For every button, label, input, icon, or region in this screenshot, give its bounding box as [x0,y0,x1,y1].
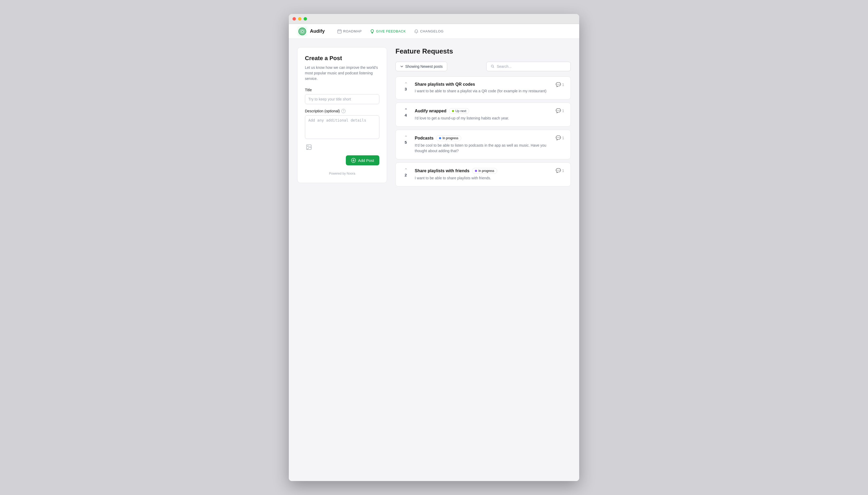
post-title: Audify wrapped [415,109,446,114]
status-badge: In progress [472,168,497,174]
status-badge: In progress [436,135,461,141]
plus-circle-icon [351,158,356,163]
create-post-description: Let us know how we can improve the world… [305,65,379,82]
post-excerpt: I want to be able to share a playlist vi… [415,88,551,94]
post-meta: 💬 1 [556,135,564,140]
post-title: Share playlists with QR codes [415,82,475,87]
post-title-row: Podcasts In progress [415,135,551,141]
nav-changelog[interactable]: CHANGELOG [414,29,443,34]
post-title: Share playlists with friends [415,169,469,173]
vote-count: 3 [405,87,407,91]
post-card: ⌃ 4 Audify wrapped Up next I'd love to g… [395,103,571,126]
post-body: Share playlists with friends In progress… [415,168,551,181]
filter-label: Showing Newest posts [405,64,443,69]
post-card: ⌃ 3 Share playlists with QR codes I want… [395,76,571,99]
titlebar [289,14,579,24]
upvote-button[interactable]: ⌃ [404,135,408,139]
nav-roadmap[interactable]: ROADMAP [338,29,362,34]
upvote-button[interactable]: ⌃ [404,108,408,112]
svg-rect-5 [338,30,341,33]
badge-dot [475,170,477,172]
brand[interactable]: Audify [297,27,325,36]
badge-label: In progress [478,169,494,173]
svg-point-7 [308,146,308,147]
vote-count: 5 [405,140,407,144]
svg-point-4 [302,31,303,32]
vote-section: ⌃ 2 [402,168,409,177]
vote-section: ⌃ 5 [402,135,409,144]
bulb-icon [370,29,374,34]
post-excerpt: I want to be able to share playlists wit… [415,175,551,181]
powered-by: Powered by Noora [305,170,379,175]
nav-roadmap-label: ROADMAP [343,29,362,33]
create-post-title: Create a Post [305,55,379,62]
post-body: Share playlists with QR codes I want to … [415,82,551,94]
search-icon [491,64,495,69]
brand-logo [297,27,307,36]
chevron-down-icon [400,65,404,68]
search-box [486,62,571,71]
post-title: Podcasts [415,136,433,140]
section-title: Feature Requests [395,47,571,55]
post-title-row: Audify wrapped Up next [415,108,551,114]
search-input[interactable] [497,64,566,69]
badge-label: In progress [442,136,458,140]
vote-count: 2 [405,173,407,177]
post-meta: 💬 1 [556,82,564,87]
calendar-icon [338,29,342,34]
maximize-button[interactable] [304,17,307,21]
upvote-button[interactable]: ⌃ [404,168,408,172]
title-field-label: Title [305,88,379,92]
add-post-button[interactable]: Add Post [346,155,379,165]
status-badge: Up next [449,108,469,114]
post-excerpt: It'd be cool to be able to listen to pod… [415,143,551,154]
navbar: Audify ROADMAP GIVE FEEDBACK CHANGELOG [289,24,579,39]
bell-icon [414,29,419,34]
description-field-label: Description (optional) ? [305,109,379,113]
nav-changelog-label: CHANGELOG [420,29,443,33]
comment-icon: 💬 [556,135,561,140]
comment-icon: 💬 [556,82,561,87]
post-title-row: Share playlists with friends In progress [415,168,551,174]
post-meta: 💬 1 [556,108,564,113]
image-upload-icon[interactable] [305,143,313,151]
minimize-button[interactable] [298,17,301,21]
comment-count: 1 [562,169,564,173]
post-meta: 💬 1 [556,168,564,173]
post-title-row: Share playlists with QR codes [415,82,551,87]
main-content: Create a Post Let us know how we can imp… [289,39,579,481]
nav-give-feedback[interactable]: GIVE FEEDBACK [370,29,406,34]
create-post-card: Create a Post Let us know how we can imp… [297,47,387,183]
right-panel: Feature Requests Showing Newest posts [395,47,571,473]
comment-icon: 💬 [556,168,561,173]
filter-button[interactable]: Showing Newest posts [395,62,447,71]
app-window: Audify ROADMAP GIVE FEEDBACK CHANGELOG [289,14,579,481]
post-card: ⌃ 5 Podcasts In progress It'd be cool to… [395,130,571,159]
filter-row: Showing Newest posts [395,62,571,71]
help-icon[interactable]: ? [341,109,346,113]
badge-label: Up next [455,109,466,113]
vote-section: ⌃ 3 [402,82,409,91]
post-body: Audify wrapped Up next I'd love to get a… [415,108,551,121]
post-excerpt: I'd love to get a round-up of my listeni… [415,116,551,121]
comment-icon: 💬 [556,108,561,113]
nav-give-feedback-label: GIVE FEEDBACK [376,29,406,33]
vote-section: ⌃ 4 [402,108,409,117]
comment-count: 1 [562,136,564,140]
title-input[interactable] [305,94,379,104]
left-panel: Create a Post Let us know how we can imp… [297,47,387,473]
upvote-button[interactable]: ⌃ [404,82,408,86]
close-button[interactable] [293,17,296,21]
post-body: Podcasts In progress It'd be cool to be … [415,135,551,154]
brand-name: Audify [310,29,325,34]
description-textarea[interactable] [305,115,379,139]
badge-dot [452,110,454,112]
post-card: ⌃ 2 Share playlists with friends In prog… [395,163,571,186]
vote-count: 4 [405,113,407,117]
comment-count: 1 [562,83,564,87]
comment-count: 1 [562,109,564,113]
badge-dot [439,137,441,139]
btn-row: Add Post [305,155,379,165]
